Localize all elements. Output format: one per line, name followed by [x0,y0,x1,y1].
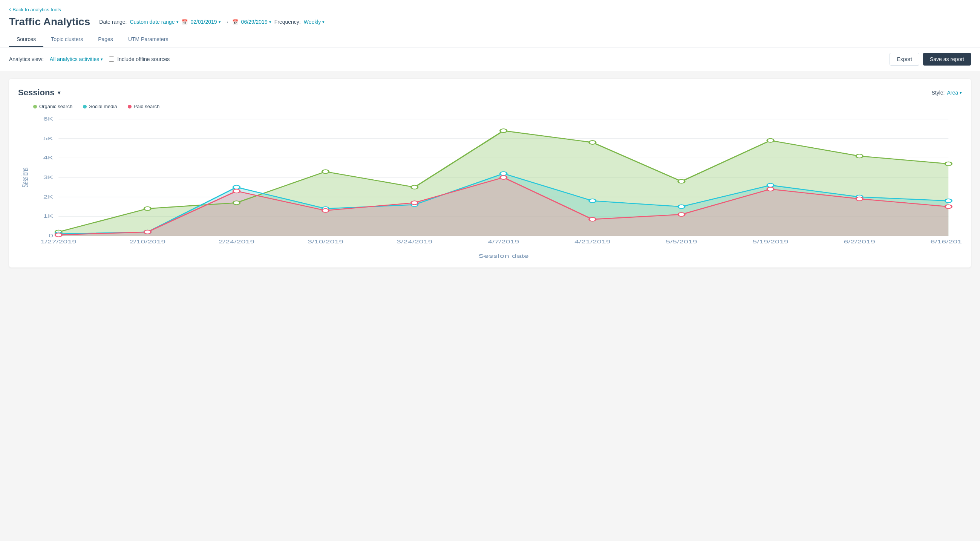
svg-text:2/10/2019: 2/10/2019 [130,239,165,244]
svg-text:3/10/2019: 3/10/2019 [307,239,344,244]
frequency-label: Frequency: [274,19,301,25]
style-button[interactable]: Area [947,90,962,96]
frequency-button[interactable]: Weekly [304,19,325,25]
svg-text:Session date: Session date [478,253,529,259]
chart-area: 01K2K3K4K5K6KSessions1/27/20192/10/20192… [18,115,962,259]
page-title: Traffic Analytics [9,16,90,28]
svg-point-44 [678,213,685,216]
svg-text:3/24/2019: 3/24/2019 [396,239,432,244]
svg-text:Sessions: Sessions [21,168,30,187]
svg-point-22 [678,179,685,183]
svg-point-39 [233,189,240,193]
svg-text:4/21/2019: 4/21/2019 [574,239,610,244]
tab-utm-parameters[interactable]: UTM Parameters [121,32,176,47]
date-arrow: → [224,19,229,25]
svg-text:6/2/2019: 6/2/2019 [843,239,875,244]
legend-dot-organic [33,105,37,108]
calendar-icon-from: 📅 [182,19,188,25]
date-to-button[interactable]: 06/29/2019 [241,19,271,25]
svg-text:5/5/2019: 5/5/2019 [666,239,697,244]
legend-dot-social [83,105,87,108]
include-offline-label[interactable]: Include offline sources [117,56,170,62]
svg-point-34 [767,184,774,187]
svg-point-19 [411,186,418,189]
svg-point-43 [589,217,596,221]
include-offline-checkbox[interactable] [109,57,114,62]
sessions-chart-card: Sessions Style: Area Organic search Soci… [9,79,971,268]
chart-svg: 01K2K3K4K5K6KSessions1/27/20192/10/20192… [18,115,962,259]
svg-point-16 [144,207,151,211]
save-report-button[interactable]: Save as report [923,53,971,65]
svg-point-21 [589,141,596,144]
svg-point-32 [589,199,596,203]
svg-point-38 [144,230,151,234]
svg-text:5/19/2019: 5/19/2019 [752,239,788,244]
back-link[interactable]: Back to analytics tools [9,6,61,13]
legend-social: Social media [83,104,117,109]
analytics-view-label: Analytics view: [9,56,44,62]
svg-text:2K: 2K [43,194,54,200]
svg-point-46 [856,197,863,201]
date-from-button[interactable]: 02/01/2019 [191,19,221,25]
svg-point-33 [678,205,685,209]
svg-text:5K: 5K [43,136,54,141]
legend-paid: Paid search [128,104,160,109]
svg-point-28 [233,186,240,189]
legend-organic: Organic search [33,104,72,109]
svg-text:1/27/2019: 1/27/2019 [41,239,76,244]
svg-text:1K: 1K [43,214,54,219]
tab-sources[interactable]: Sources [9,32,43,47]
date-range-label: Date range: [99,19,127,25]
svg-text:6K: 6K [43,116,54,122]
svg-text:3K: 3K [43,175,54,180]
svg-text:6/16/2019: 6/16/2019 [931,239,962,244]
svg-text:0: 0 [49,233,53,238]
style-label: Style: [931,90,945,96]
svg-point-42 [500,176,507,179]
svg-point-24 [856,154,863,158]
svg-point-18 [322,170,329,174]
svg-point-23 [767,139,774,143]
svg-point-36 [945,199,952,203]
tab-bar: Sources Topic clusters Pages UTM Paramet… [9,32,971,47]
export-button[interactable]: Export [889,53,919,65]
chart-title[interactable]: Sessions [18,88,60,98]
tab-topic-clusters[interactable]: Topic clusters [43,32,91,47]
svg-text:2/24/2019: 2/24/2019 [219,239,255,244]
svg-point-20 [500,129,507,133]
calendar-icon-to: 📅 [232,19,238,25]
svg-point-37 [55,233,62,236]
date-range-button[interactable]: Custom date range [130,19,178,25]
main-content: Sessions Style: Area Organic search Soci… [0,71,980,275]
legend-dot-paid [128,105,132,108]
svg-text:4/7/2019: 4/7/2019 [488,239,519,244]
svg-point-45 [767,187,774,191]
svg-text:4K: 4K [43,155,54,160]
svg-point-47 [945,205,952,209]
analytics-view-button[interactable]: All analytics activities [50,56,103,62]
svg-point-40 [322,209,329,213]
svg-point-41 [411,201,418,205]
tab-pages[interactable]: Pages [91,32,121,47]
svg-point-31 [500,172,507,176]
include-offline-group: Include offline sources [109,56,170,62]
svg-point-17 [233,201,240,205]
svg-point-25 [945,162,952,166]
chart-legend: Organic search Social media Paid search [18,104,962,109]
toolbar: Analytics view: All analytics activities… [0,48,980,71]
